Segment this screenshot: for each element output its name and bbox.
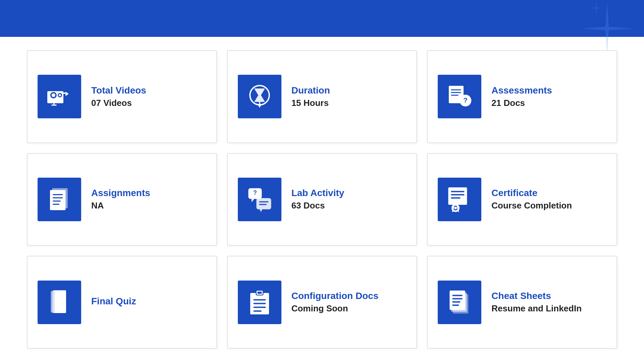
svg-rect-21 [50,190,65,210]
svg-rect-48 [253,299,266,300]
svg-rect-33 [448,187,467,205]
card-assignments: AssignmentsNA [27,153,217,246]
svg-rect-31 [259,204,266,205]
svg-marker-6 [65,92,69,96]
card-total-videos: Total Videos07 Videos [27,50,217,143]
svg-rect-24 [53,200,61,201]
svg-rect-57 [452,301,461,302]
svg-point-4 [59,94,61,96]
duration-title: Duration [291,85,330,96]
svg-rect-35 [451,194,465,195]
svg-rect-16 [451,95,459,96]
svg-rect-58 [452,304,459,306]
duration-value: 15 Hours [291,98,330,108]
svg-rect-47 [257,292,262,294]
assessments-value: 21 Docs [491,98,552,108]
svg-rect-8 [51,105,57,106]
card-final-quiz: Final Quiz [27,256,217,349]
svg-point-39 [454,207,457,209]
svg-rect-30 [259,201,268,202]
assignments-value: NA [91,200,150,211]
configuration-docs-title: Configuration Docs [291,291,379,301]
svg-rect-49 [253,303,266,304]
configuration-docs-text: Configuration DocsComing Soon [291,291,379,314]
svg-rect-36 [451,197,461,199]
svg-rect-44 [53,290,54,313]
svg-rect-56 [452,298,463,299]
svg-rect-34 [451,191,465,192]
page-header [0,0,644,37]
svg-marker-28 [252,199,254,202]
total-videos-text: Total Videos07 Videos [91,85,146,108]
assignments-title: Assignments [91,188,150,198]
svg-rect-12 [259,102,260,105]
certificate-text: CertificateCourse Completion [491,188,572,211]
svg-rect-22 [53,194,63,195]
total-videos-title: Total Videos [91,85,146,96]
star-decoration [580,2,634,55]
assignments-text: AssignmentsNA [91,188,150,211]
total-videos-icon [38,75,81,118]
card-lab-activity: ? Lab Activity63 Docs [227,153,417,246]
final-quiz-title: Final Quiz [91,296,136,307]
duration-text: Duration15 Hours [291,85,330,108]
card-duration: Duration15 Hours [227,50,417,143]
certificate-title: Certificate [491,188,572,198]
cheat-sheets-icon [438,281,481,324]
svg-marker-10 [254,88,265,102]
assessments-title: Assessments [491,85,552,96]
svg-rect-14 [451,89,461,90]
svg-rect-23 [53,197,63,198]
card-certificate: CertificateCourse Completion [427,153,617,246]
cheat-sheets-title: Cheat Sheets [491,291,582,301]
svg-rect-5 [63,93,65,94]
lab-activity-value: 63 Docs [291,200,344,211]
svg-rect-50 [253,306,266,308]
cards-grid: Total Videos07 Videos Duration15 Hours ?… [0,37,644,362]
card-cheat-sheets: Cheat SheetsResume and LinkedIn [427,256,617,349]
card-configuration-docs: Configuration DocsComing Soon [227,256,417,349]
svg-rect-25 [53,204,59,205]
certificate-value: Course Completion [491,200,572,211]
svg-rect-43 [51,291,53,312]
lab-activity-title: Lab Activity [291,188,344,198]
svg-marker-32 [260,209,262,212]
duration-icon [238,75,281,118]
lab-activity-icon: ? [238,178,281,221]
final-quiz-icon [38,281,81,324]
certificate-icon [438,178,481,221]
final-quiz-text: Final Quiz [91,296,136,309]
cheat-sheets-value: Resume and LinkedIn [491,303,582,314]
svg-rect-15 [451,92,461,93]
assessments-icon: ? [438,75,481,118]
assignments-icon [38,178,81,221]
cheat-sheets-text: Cheat SheetsResume and LinkedIn [491,291,582,314]
svg-rect-54 [450,290,465,310]
svg-text:?: ? [253,189,257,196]
configuration-docs-icon [238,281,281,324]
assessments-text: Assessments21 Docs [491,85,552,108]
lab-activity-text: Lab Activity63 Docs [291,188,344,211]
configuration-docs-value: Coming Soon [291,303,379,314]
svg-point-2 [52,94,55,97]
svg-rect-55 [452,295,463,296]
svg-rect-29 [256,198,271,209]
svg-rect-42 [53,290,66,313]
total-videos-value: 07 Videos [91,98,146,108]
svg-rect-51 [253,310,261,312]
card-assessments: ? Assessments21 Docs [427,50,617,143]
